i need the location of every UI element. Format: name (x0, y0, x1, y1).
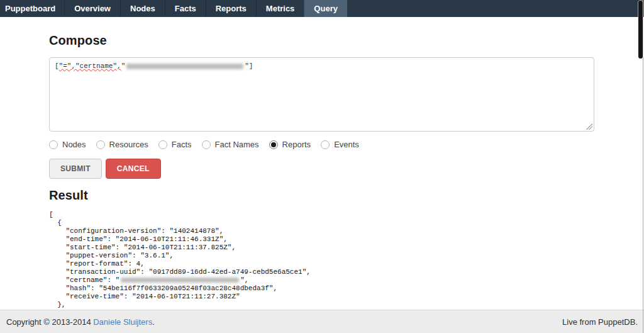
radio-label: Nodes (62, 140, 86, 149)
brand-puppetboard[interactable]: Puppetboard (0, 0, 64, 17)
query-close: "] (245, 62, 253, 70)
footer-status: Live from PuppetDB. (562, 317, 638, 327)
top-nav: Puppetboard Overview Nodes Facts Reports… (0, 0, 644, 17)
compose-heading: Compose (49, 33, 595, 48)
footer-copyright: Copyright © 2013-2014 Daniele Sluijters. (6, 317, 155, 327)
radio-label: Reports (282, 140, 311, 149)
radio-icon[interactable] (158, 140, 167, 149)
form-actions: SUBMIT CANCEL (49, 159, 595, 179)
radio-selected-icon[interactable] (269, 140, 278, 149)
redacted-certname-result (121, 278, 239, 283)
radio-label: Facts (172, 140, 192, 149)
radio-option-reports[interactable]: Reports (269, 140, 311, 149)
radio-option-facts[interactable]: Facts (158, 140, 192, 149)
radio-icon[interactable] (321, 140, 330, 149)
cancel-button[interactable]: CANCEL (106, 159, 161, 179)
scrollbar-thumb[interactable] (638, 1, 643, 59)
radio-option-nodes[interactable]: Nodes (49, 140, 86, 149)
nav-item-metrics[interactable]: Metrics (256, 0, 304, 17)
radio-icon[interactable] (49, 140, 58, 149)
query-open-quote: " (121, 62, 126, 70)
result-heading: Result (49, 188, 595, 203)
nav-item-reports[interactable]: Reports (206, 0, 256, 17)
author-link[interactable]: Daniele Sluijters (93, 317, 152, 327)
radio-icon[interactable] (202, 140, 211, 149)
radio-icon[interactable] (96, 140, 105, 149)
nav-item-overview[interactable]: Overview (64, 0, 120, 17)
nav-item-query[interactable]: Query (304, 0, 347, 17)
redacted-certname-value (126, 64, 243, 69)
footer: Copyright © 2013-2014 Daniele Sluijters.… (0, 310, 644, 333)
main-content: Compose ["=","certname",""] Nodes Resour… (49, 33, 595, 317)
nav-item-facts[interactable]: Facts (165, 0, 206, 17)
copyright-suffix: . (152, 317, 155, 327)
textarea-resize-grip-icon[interactable] (586, 123, 592, 130)
radio-label: Fact Names (215, 140, 259, 149)
query-open-bracket: [ (55, 62, 59, 70)
radio-option-events[interactable]: Events (321, 140, 359, 149)
query-input[interactable]: ["=","certname",""] (49, 57, 594, 132)
result-json-before: [ { "configuration-version": "1402414878… (49, 211, 311, 284)
result-json-output: [ { "configuration-version": "1402414878… (49, 211, 595, 317)
radio-label: Events (334, 140, 359, 149)
nav-item-nodes[interactable]: Nodes (120, 0, 165, 17)
radio-option-fact-names[interactable]: Fact Names (202, 140, 259, 149)
window-edge-line (643, 0, 643, 333)
radio-label: Resources (109, 140, 148, 149)
query-text-spellchecked: "=","certname", (59, 62, 121, 70)
endpoint-radio-group: Nodes Resources Facts Fact Names Reports… (49, 140, 595, 149)
copyright-text: Copyright © 2013-2014 (6, 317, 93, 327)
submit-button[interactable]: SUBMIT (49, 159, 102, 179)
radio-option-resources[interactable]: Resources (96, 140, 148, 149)
